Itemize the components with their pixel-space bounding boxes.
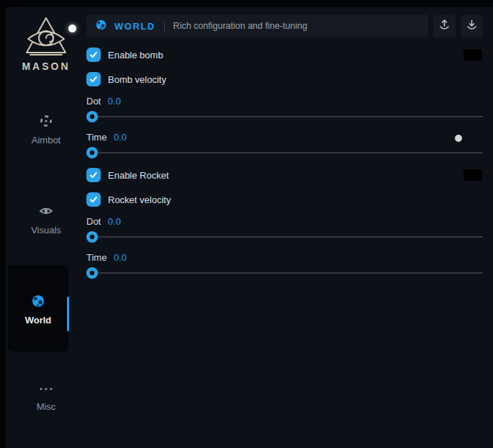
slider-label-row: Time 0.0 xyxy=(86,133,483,143)
checkbox-label: Enable Rocket xyxy=(108,170,169,181)
slider-thumb[interactable] xyxy=(86,231,98,243)
slider-label-row: Dot 0.0 xyxy=(86,217,483,227)
slider-label-row: Dot 0.0 xyxy=(86,97,483,107)
page-title: WORLD xyxy=(114,21,155,32)
slider-label: Dot xyxy=(86,216,101,227)
globe-icon xyxy=(31,298,45,310)
slider-track[interactable] xyxy=(86,236,483,238)
slider-label: Time xyxy=(86,252,107,263)
sidebar-item-misc[interactable]: Misc xyxy=(6,383,86,412)
logo-title: MASON xyxy=(6,61,86,72)
slider-value: 0.0 xyxy=(108,216,121,227)
mason-menu-window: MASON Aimbot xyxy=(6,7,493,448)
active-indicator-bar xyxy=(67,297,69,331)
slider-label: Dot xyxy=(86,96,101,107)
tab-header-bar: WORLD Rich configuration and fine-tuning xyxy=(86,14,428,37)
crosshair-icon xyxy=(39,118,53,130)
sidebar-item-label: Misc xyxy=(6,401,86,412)
setting-row: Rocket velocity xyxy=(86,192,483,207)
sidebar-item-visuals[interactable]: Visuals xyxy=(6,204,86,236)
sidebar: MASON Aimbot xyxy=(6,7,86,448)
download-icon xyxy=(466,19,478,33)
setting-row: Enable Rocket xyxy=(86,168,483,182)
slider-track[interactable] xyxy=(86,116,483,117)
globe-icon xyxy=(95,19,107,34)
upload-config-button[interactable] xyxy=(433,15,456,37)
divider xyxy=(164,21,165,32)
checkbox-rocket-velocity[interactable] xyxy=(86,192,101,207)
slider-track[interactable] xyxy=(86,272,483,274)
sidebar-item-label: World xyxy=(8,315,68,326)
color-picker-swatch[interactable] xyxy=(463,169,483,182)
eye-icon xyxy=(39,208,53,220)
download-config-button[interactable] xyxy=(461,15,483,37)
checkbox-enable-rocket[interactable] xyxy=(86,168,101,182)
header: WORLD Rich configuration and fine-tuning xyxy=(86,14,483,37)
slider-value: 0.0 xyxy=(114,132,127,143)
slider-time-rocket[interactable] xyxy=(86,267,483,279)
setting-row: Enable bomb xyxy=(86,48,483,62)
sidebar-item-label: Aimbot xyxy=(6,135,86,145)
color-picker-swatch[interactable] xyxy=(463,48,483,61)
slider-thumb[interactable] xyxy=(86,111,98,122)
slider-label-row: Time 0.0 xyxy=(86,253,483,263)
checkbox-label: Enable bomb xyxy=(108,50,163,61)
ellipsis-icon xyxy=(38,385,54,397)
slider-dot-bomb[interactable] xyxy=(86,111,483,122)
checkbox-label: Bomb velocity xyxy=(108,74,166,85)
setting-row: Bomb velocity xyxy=(86,72,483,86)
sidebar-item-aimbot[interactable]: Aimbot xyxy=(6,114,86,145)
checkbox-enable-bomb[interactable] xyxy=(86,48,101,62)
slider-time-bomb[interactable] xyxy=(86,147,483,158)
slider-dot-rocket[interactable] xyxy=(86,231,483,243)
slider-thumb[interactable] xyxy=(86,147,98,158)
slider-value: 0.0 xyxy=(114,252,127,263)
checkbox-label: Rocket velocity xyxy=(108,194,171,205)
upload-icon xyxy=(438,19,451,33)
sidebar-item-label: Visuals xyxy=(6,225,86,236)
checkbox-bomb-velocity[interactable] xyxy=(86,72,101,86)
page-subtitle: Rich configuration and fine-tuning xyxy=(173,21,307,31)
main-content: WORLD Rich configuration and fine-tuning xyxy=(86,7,493,448)
eye-pyramid-icon xyxy=(6,16,86,58)
slider-label: Time xyxy=(86,132,107,143)
slider-track[interactable] xyxy=(86,152,483,153)
slider-thumb[interactable] xyxy=(86,267,98,279)
logo: MASON xyxy=(6,16,86,72)
screen: MASON Aimbot xyxy=(0,0,493,448)
sidebar-item-world[interactable]: World xyxy=(8,265,68,351)
slider-value: 0.0 xyxy=(108,96,121,107)
